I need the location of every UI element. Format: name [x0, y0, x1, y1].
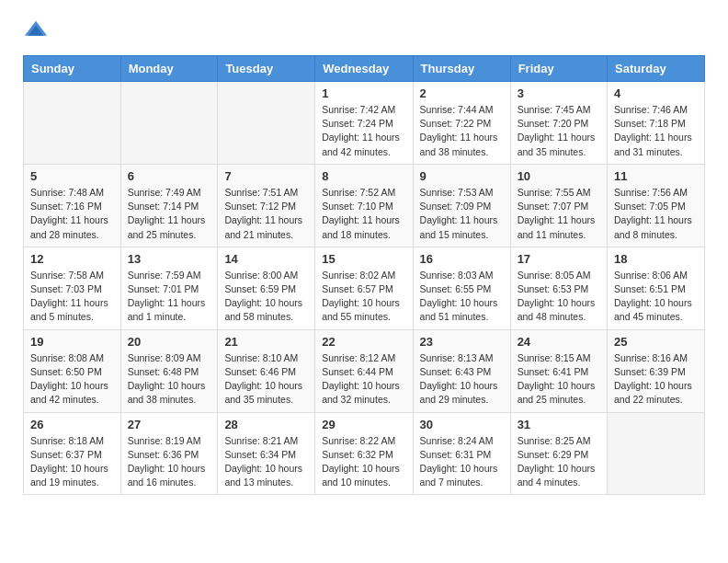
day-number: 21 [224, 335, 308, 349]
day-info: Sunrise: 8:12 AM Sunset: 6:44 PM Dayligh… [322, 351, 405, 408]
day-number: 29 [322, 418, 405, 431]
day-cell-30: 30Sunrise: 8:24 AM Sunset: 6:31 PM Dayli… [413, 412, 510, 495]
day-info: Sunrise: 8:05 AM Sunset: 6:53 PM Dayligh… [518, 269, 600, 325]
day-info: Sunrise: 7:46 AM Sunset: 7:18 PM Dayligh… [614, 103, 698, 159]
day-info: Sunrise: 8:09 AM Sunset: 6:48 PM Dayligh… [128, 351, 211, 408]
day-info: Sunrise: 7:49 AM Sunset: 7:14 PM Dayligh… [128, 186, 211, 242]
day-cell-27: 27Sunrise: 8:19 AM Sunset: 6:36 PM Dayli… [120, 412, 218, 495]
logo-icon [23, 18, 49, 44]
page-header [23, 18, 705, 44]
day-number: 7 [224, 169, 308, 183]
day-number: 26 [30, 418, 114, 431]
day-cell-26: 26Sunrise: 8:18 AM Sunset: 6:37 PM Dayli… [24, 412, 121, 495]
empty-cell [24, 82, 121, 165]
day-number: 16 [420, 252, 504, 266]
day-cell-20: 20Sunrise: 8:09 AM Sunset: 6:48 PM Dayli… [120, 329, 218, 412]
week-row: 1Sunrise: 7:42 AM Sunset: 7:24 PM Daylig… [24, 82, 705, 165]
day-number: 15 [322, 252, 405, 266]
calendar: SundayMondayTuesdayWednesdayThursdayFrid… [23, 55, 705, 495]
day-cell-10: 10Sunrise: 7:55 AM Sunset: 7:07 PM Dayli… [510, 164, 607, 247]
header-saturday: Saturday [608, 56, 705, 82]
day-cell-24: 24Sunrise: 8:15 AM Sunset: 6:41 PM Dayli… [510, 329, 607, 412]
day-cell-16: 16Sunrise: 8:03 AM Sunset: 6:55 PM Dayli… [413, 247, 510, 329]
day-number: 18 [614, 252, 698, 266]
day-info: Sunrise: 8:13 AM Sunset: 6:43 PM Dayligh… [420, 351, 504, 408]
day-number: 2 [420, 86, 504, 100]
empty-cell [608, 412, 705, 495]
day-cell-18: 18Sunrise: 8:06 AM Sunset: 6:51 PM Dayli… [608, 247, 705, 329]
day-number: 6 [128, 169, 211, 183]
day-info: Sunrise: 8:08 AM Sunset: 6:50 PM Dayligh… [30, 351, 114, 408]
day-info: Sunrise: 7:42 AM Sunset: 7:24 PM Dayligh… [322, 103, 405, 159]
day-info: Sunrise: 7:53 AM Sunset: 7:09 PM Dayligh… [420, 186, 504, 242]
week-row: 26Sunrise: 8:18 AM Sunset: 6:37 PM Dayli… [24, 412, 705, 495]
day-info: Sunrise: 7:44 AM Sunset: 7:22 PM Dayligh… [420, 103, 504, 159]
day-number: 27 [128, 418, 211, 431]
day-info: Sunrise: 8:22 AM Sunset: 6:32 PM Dayligh… [322, 434, 405, 490]
day-cell-29: 29Sunrise: 8:22 AM Sunset: 6:32 PM Dayli… [315, 412, 413, 495]
day-info: Sunrise: 7:45 AM Sunset: 7:20 PM Dayligh… [518, 103, 600, 159]
day-number: 28 [224, 418, 308, 431]
day-cell-14: 14Sunrise: 8:00 AM Sunset: 6:59 PM Dayli… [218, 247, 315, 329]
day-number: 17 [518, 252, 600, 266]
day-info: Sunrise: 8:03 AM Sunset: 6:55 PM Dayligh… [420, 269, 504, 325]
day-info: Sunrise: 8:25 AM Sunset: 6:29 PM Dayligh… [518, 434, 600, 490]
day-info: Sunrise: 8:15 AM Sunset: 6:41 PM Dayligh… [518, 351, 600, 408]
day-info: Sunrise: 7:59 AM Sunset: 7:01 PM Dayligh… [128, 269, 211, 325]
day-info: Sunrise: 7:58 AM Sunset: 7:03 PM Dayligh… [30, 269, 114, 325]
header-row: SundayMondayTuesdayWednesdayThursdayFrid… [24, 56, 705, 82]
day-number: 23 [420, 335, 504, 349]
logo [23, 18, 52, 44]
day-cell-4: 4Sunrise: 7:46 AM Sunset: 7:18 PM Daylig… [608, 82, 705, 165]
day-number: 10 [518, 169, 600, 183]
day-cell-28: 28Sunrise: 8:21 AM Sunset: 6:34 PM Dayli… [218, 412, 315, 495]
day-number: 31 [518, 418, 600, 431]
day-cell-1: 1Sunrise: 7:42 AM Sunset: 7:24 PM Daylig… [315, 82, 413, 165]
header-thursday: Thursday [413, 56, 510, 82]
header-sunday: Sunday [24, 56, 121, 82]
day-cell-2: 2Sunrise: 7:44 AM Sunset: 7:22 PM Daylig… [413, 82, 510, 165]
day-number: 8 [322, 169, 405, 183]
header-wednesday: Wednesday [315, 56, 413, 82]
day-info: Sunrise: 8:21 AM Sunset: 6:34 PM Dayligh… [224, 434, 308, 490]
empty-cell [120, 82, 218, 165]
day-info: Sunrise: 8:18 AM Sunset: 6:37 PM Dayligh… [30, 434, 114, 490]
week-row: 12Sunrise: 7:58 AM Sunset: 7:03 PM Dayli… [24, 247, 705, 329]
day-cell-23: 23Sunrise: 8:13 AM Sunset: 6:43 PM Dayli… [413, 329, 510, 412]
day-cell-17: 17Sunrise: 8:05 AM Sunset: 6:53 PM Dayli… [510, 247, 607, 329]
day-number: 3 [518, 86, 600, 100]
day-info: Sunrise: 7:56 AM Sunset: 7:05 PM Dayligh… [614, 186, 698, 242]
day-number: 20 [128, 335, 211, 349]
day-info: Sunrise: 8:02 AM Sunset: 6:57 PM Dayligh… [322, 269, 405, 325]
week-row: 19Sunrise: 8:08 AM Sunset: 6:50 PM Dayli… [24, 329, 705, 412]
header-tuesday: Tuesday [218, 56, 315, 82]
day-info: Sunrise: 8:24 AM Sunset: 6:31 PM Dayligh… [420, 434, 504, 490]
empty-cell [218, 82, 315, 165]
day-number: 19 [30, 335, 114, 349]
day-cell-9: 9Sunrise: 7:53 AM Sunset: 7:09 PM Daylig… [413, 164, 510, 247]
day-info: Sunrise: 7:55 AM Sunset: 7:07 PM Dayligh… [518, 186, 600, 242]
day-cell-22: 22Sunrise: 8:12 AM Sunset: 6:44 PM Dayli… [315, 329, 413, 412]
day-cell-6: 6Sunrise: 7:49 AM Sunset: 7:14 PM Daylig… [120, 164, 218, 247]
day-info: Sunrise: 7:51 AM Sunset: 7:12 PM Dayligh… [224, 186, 308, 242]
header-friday: Friday [510, 56, 607, 82]
day-number: 4 [614, 86, 698, 100]
day-info: Sunrise: 8:00 AM Sunset: 6:59 PM Dayligh… [224, 269, 308, 325]
header-monday: Monday [120, 56, 218, 82]
day-number: 11 [614, 169, 698, 183]
day-info: Sunrise: 8:16 AM Sunset: 6:39 PM Dayligh… [614, 351, 698, 408]
day-cell-31: 31Sunrise: 8:25 AM Sunset: 6:29 PM Dayli… [510, 412, 607, 495]
day-cell-12: 12Sunrise: 7:58 AM Sunset: 7:03 PM Dayli… [24, 247, 121, 329]
day-cell-11: 11Sunrise: 7:56 AM Sunset: 7:05 PM Dayli… [608, 164, 705, 247]
day-cell-8: 8Sunrise: 7:52 AM Sunset: 7:10 PM Daylig… [315, 164, 413, 247]
day-cell-7: 7Sunrise: 7:51 AM Sunset: 7:12 PM Daylig… [218, 164, 315, 247]
day-number: 30 [420, 418, 504, 431]
day-number: 12 [30, 252, 114, 266]
day-number: 13 [128, 252, 211, 266]
day-number: 22 [322, 335, 405, 349]
day-cell-13: 13Sunrise: 7:59 AM Sunset: 7:01 PM Dayli… [120, 247, 218, 329]
day-cell-25: 25Sunrise: 8:16 AM Sunset: 6:39 PM Dayli… [608, 329, 705, 412]
day-number: 5 [30, 169, 114, 183]
day-info: Sunrise: 7:52 AM Sunset: 7:10 PM Dayligh… [322, 186, 405, 242]
day-cell-5: 5Sunrise: 7:48 AM Sunset: 7:16 PM Daylig… [24, 164, 121, 247]
